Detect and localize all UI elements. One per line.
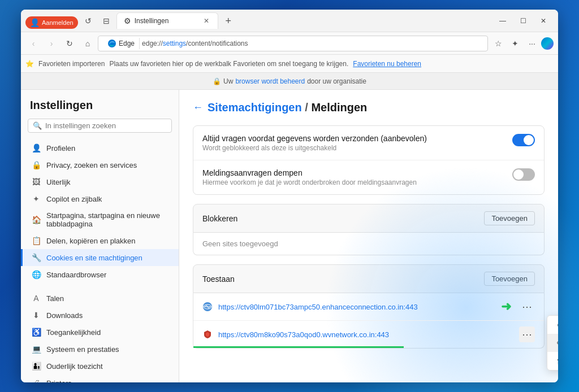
blokkeren-header: Blokkeren Toevoegen [193,204,545,233]
startpagina-icon: 🏠 [32,215,41,224]
site1-icon [202,302,213,312]
nav-bar: ‹ › ↻ ⌂ Edge edge://settings/content/not… [21,32,558,55]
edge-profile-icon[interactable] [541,37,554,50]
tab-area: 👤 Aanmelden ↺ ⊟ ⚙ Instellingen ✕ + [25,12,486,29]
sidebar-item-toegankelijkheid[interactable]: ♿ Toegankelijkheid [21,324,179,341]
printers-icon: 🖨 [32,378,41,382]
sidebar-item-startpagina-label: Startpagina, startpagina en nieuwe tabbl… [46,211,170,228]
refresh-button[interactable]: ↻ [62,36,77,51]
maximize-button[interactable]: ☐ [513,13,533,29]
main-content: Instellingen 🔍 👤 Profielen 🔒 Privacy, zo… [21,90,558,382]
tab-close-button[interactable]: ✕ [202,16,211,25]
address-text: edge://settings/content/notifications [142,40,248,47]
blokkeren-section: Blokkeren Toevoegen Geen sites toegevoeg… [193,204,545,255]
blokkeren-empty: Geen sites toegevoegd [193,233,544,255]
sidebar-item-printers-label: Printers [46,379,72,383]
toestaan-title: Toestaan [202,275,235,284]
setting1-toggle[interactable] [512,134,535,146]
more-button[interactable]: ··· [524,36,540,51]
close-button[interactable]: ✕ [533,13,554,29]
favorites-import-text[interactable]: Favorieten importeren [38,60,105,68]
tab-new-window-icon[interactable]: ⊟ [98,13,114,29]
sidebar-item-startpagina[interactable]: 🏠 Startpagina, startpagina en nieuwe tab… [21,207,179,232]
edge-logo: Edge [103,38,140,49]
sidebar-item-systeem[interactable]: 💻 Systeem en prestaties [21,341,179,358]
delete-icon: 🗑 [555,356,558,365]
browser-window: 👤 Aanmelden ↺ ⊟ ⚙ Instellingen ✕ + — ☐ ✕… [21,10,558,382]
address-bar[interactable]: Edge edge://settings/content/notificatio… [98,36,488,51]
site2-options-button[interactable]: ⋯ [519,326,535,342]
sidebar-title: Instellingen [21,99,179,119]
downloads-icon: ⬇ [32,311,41,320]
setting2-toggle[interactable] [512,168,535,181]
site1-options-button[interactable]: ⋯ [519,299,535,315]
sidebar-item-standaardbrowser[interactable]: 🌐 Standaardbrowser [21,266,179,283]
window-controls: — ☐ ✕ [492,13,554,29]
allowed-item-1: https://ctv80lm071bc73ampc50.enhanceconn… [193,293,544,321]
talen-icon: A [32,294,41,303]
profielen-icon: 👤 [32,143,41,153]
profile-button[interactable]: 👤 Aanmelden [25,16,78,29]
sidebar-item-downloads[interactable]: ⬇ Downloads [21,307,179,324]
allowed-item-2: https://ctv80m8ko90s73a0qod0.wvnetwork.c… [193,321,544,348]
profile-label-text: Aanmelden [42,19,74,26]
blokkeren-add-button[interactable]: Toevoegen [484,211,535,225]
sidebar-item-standaardbrowser-label: Standaardbrowser [46,271,106,279]
sidebar-item-printers[interactable]: 🖨 Printers [21,374,179,382]
info-icon: 🔒 [213,77,221,85]
toestaan-body: https://ctv80lm071bc73ampc50.enhanceconn… [193,293,545,349]
edit-icon: ✏ [555,338,558,347]
breadcrumb-full: Sitemachtigingen / Meldingen [208,101,367,114]
sidebar-item-talen-label: Talen [46,294,64,303]
info-banner: 🔒 Uw browser wordt beheerd door uw organ… [21,73,558,90]
sidebar-item-privacy-label: Privacy, zoeken en services [46,161,137,169]
edge-icon [107,39,116,48]
home-button[interactable]: ⌂ [80,36,96,51]
info-banner-link[interactable]: browser wordt beheerd [235,77,305,85]
favorites-manage-link[interactable]: Favorieten nu beheren [353,60,421,68]
sidebar-item-copilot[interactable]: ✦ Copilot en zijbalk [21,190,179,207]
content-area: ← Sitemachtigingen / Meldingen Altijd vr… [179,90,558,382]
setting2-text: Meldingsaanvragen dempen Hiermee voorkom… [202,168,503,186]
systeem-icon: 💻 [32,345,41,354]
favorites-button[interactable]: ☆ [490,36,506,51]
context-menu-bewerken[interactable]: ✏ Bewerken [547,334,558,352]
sidebar-item-ouderlijk[interactable]: 👨‍👦 Ouderlijk toezicht [21,358,179,374]
favorites-import-icon: ⭐ [25,60,34,68]
ouderlijk-icon: 👨‍👦 [32,361,41,371]
info-banner-prefix: Uw [223,77,233,85]
site2-icon [202,329,213,339]
context-menu: ⊘ Blokkeren ✏ Bewerken 🗑 Verwijderen [547,315,558,371]
sidebar-item-downloads-label: Downloads [46,311,83,320]
breadcrumb-back-button[interactable]: ← [193,102,203,114]
sidebar-item-profielen[interactable]: 👤 Profielen [21,140,179,156]
copilot-icon: ✦ [32,194,41,203]
setting2-desc: Hiermee voorkom je dat je wordt onderbro… [202,178,503,186]
breadcrumb: ← Sitemachtigingen / Meldingen [193,101,545,114]
breadcrumb-parent[interactable]: Sitemachtigingen [208,101,302,114]
context-menu-blokkeren[interactable]: ⊘ Blokkeren [547,316,558,334]
sidebar-item-delen[interactable]: 📋 Delen, kopiëren en plakken [21,232,179,249]
collections-button[interactable]: ✦ [507,36,523,51]
back-button[interactable]: ‹ [25,36,41,51]
sidebar-item-copilot-label: Copilot en zijbalk [46,195,102,203]
sidebar-item-uiterlijk[interactable]: 🖼 Uiterlijk [21,173,179,190]
progress-bar [193,346,404,348]
context-menu-verwijderen[interactable]: 🗑 Verwijderen [547,352,558,370]
uiterlijk-icon: 🖼 [32,177,41,186]
active-tab[interactable]: ⚙ Instellingen ✕ [116,12,218,29]
site1-url: https://ctv80lm071bc73ampc50.enhanceconn… [218,303,495,311]
search-box[interactable]: 🔍 [28,119,172,133]
tab-refresh-icon[interactable]: ↺ [80,13,96,29]
sidebar-item-privacy[interactable]: 🔒 Privacy, zoeken en services [21,156,179,173]
minimize-button[interactable]: — [492,13,513,29]
toestaan-add-button[interactable]: Toevoegen [484,272,535,286]
setting2-title: Meldingsaanvragen dempen [202,168,503,177]
sidebar-item-cookies-label: Cookies en site machtigingen [46,254,142,262]
new-tab-button[interactable]: + [221,13,236,29]
search-input[interactable] [45,121,167,130]
forward-button[interactable]: › [44,36,59,51]
sidebar-item-talen[interactable]: A Talen [21,290,179,307]
sidebar-item-cookies[interactable]: 🔧 Cookies en site machtigingen [21,249,179,266]
toegankelijkheid-icon: ♿ [32,328,41,337]
